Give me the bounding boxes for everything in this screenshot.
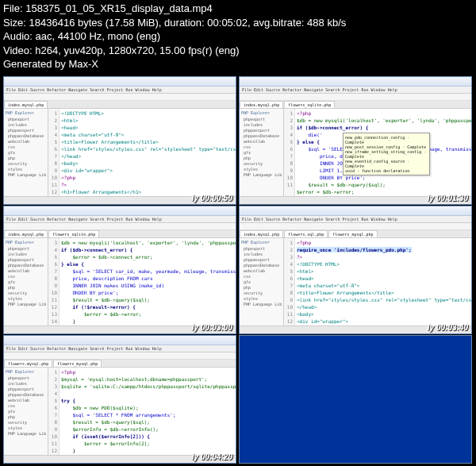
window-titlebar: [4, 206, 236, 216]
line-gutter: 1234567891011: [284, 109, 295, 202]
window-titlebar: [4, 77, 236, 87]
video-frame-5: File Edit Source Refactor Navigate Searc…: [3, 335, 236, 464]
timestamp-overlay: ly 00:04:20: [192, 453, 232, 461]
editor-tabs[interactable]: index.mysql.php flowers.sql.php flowers_…: [240, 230, 471, 238]
code-content[interactable]: $db = new mysqli('localhost', 'exporter'…: [60, 238, 236, 332]
window-titlebar: [240, 206, 471, 216]
video-frame-blank: [239, 335, 472, 464]
line-gutter: 345678910111213141516171819: [48, 238, 60, 332]
video-frame-4: File Edit Source Refactor Navigate Searc…: [239, 206, 472, 334]
code-editor[interactable]: 345678910111213141516171819 $db = new my…: [48, 238, 236, 332]
tab-file[interactable]: flowers_sqlite.php: [48, 230, 99, 237]
code-content[interactable]: <?php require_once 'includes/flowers_pdo…: [295, 238, 471, 332]
tab-file[interactable]: flowers_mysql.php: [53, 360, 102, 367]
toolbar[interactable]: [240, 223, 471, 230]
tab-file[interactable]: flowers_mysql.php: [328, 230, 377, 237]
tab-file[interactable]: index.mysql.php: [240, 230, 283, 237]
toolbar[interactable]: [240, 94, 471, 101]
menubar[interactable]: File Edit Source Refactor Navigate Searc…: [240, 87, 471, 94]
editor-tabs[interactable]: flowers.mysql.php flowers_mysql.php: [4, 360, 236, 368]
tab-file[interactable]: index.mysql.php: [4, 230, 48, 237]
timestamp-overlay: ly 00:03:40: [428, 323, 468, 332]
code-content[interactable]: <?php $mysql = 'mysql:host=localhost;dbn…: [60, 368, 236, 461]
code-editor[interactable]: 123456789101112131415161718 <?php requir…: [284, 238, 471, 332]
code-content[interactable]: <!DOCTYPE HTML> <html> <head> <meta char…: [60, 109, 236, 202]
php-explorer-sidebar[interactable]: PHP Explorer phpexportincludesphppasspor…: [240, 109, 284, 202]
php-explorer-sidebar[interactable]: PHP Explorer phpexportincludesphppasspor…: [4, 368, 48, 461]
php-explorer-sidebar[interactable]: PHP Explorer phpexportincludesphppasspor…: [4, 238, 48, 332]
tab-file[interactable]: flowers.mysql.php: [4, 360, 52, 367]
window-titlebar: [4, 336, 236, 345]
editor-tabs[interactable]: index.mysql.php flowers_sqlite.php: [240, 101, 471, 109]
video-frame-3: File Edit Source Refactor Navigate Searc…: [3, 206, 236, 334]
tab-file[interactable]: index.mysql.php: [4, 101, 48, 108]
toolbar[interactable]: [4, 352, 236, 360]
code-editor[interactable]: 12345678910111213141516171819 <?php $mys…: [48, 368, 236, 461]
line-gutter: 12345678910111213141516171819: [48, 368, 60, 461]
timestamp-overlay: ly 00:03:00: [192, 323, 232, 332]
window-titlebar: [240, 77, 471, 87]
toolbar[interactable]: [4, 94, 236, 101]
menubar[interactable]: File Edit Source Refactor Navigate Searc…: [4, 345, 236, 352]
menubar[interactable]: File Edit Source Refactor Navigate Searc…: [240, 216, 471, 223]
line-gutter: 123456789101112131415161718: [284, 238, 295, 332]
php-explorer-sidebar[interactable]: PHP Explorer phpexport includes phppassp…: [4, 109, 48, 202]
php-explorer-sidebar[interactable]: PHP Explorer phpexportincludesphppasspor…: [240, 238, 284, 332]
tab-file[interactable]: flowers_sqlite.php: [284, 101, 335, 108]
toolbar[interactable]: [4, 223, 236, 230]
video-metadata-header: File: 158375_01_05_XR15_display_data.mp4…: [0, 0, 476, 76]
menubar[interactable]: File Edit Source Refactor Navigate Searc…: [4, 216, 236, 223]
thumbnail-grid: File Edit Source Refactor Navigate Searc…: [0, 76, 476, 464]
code-editor[interactable]: 123456789101112131415161718192021 <!DOCT…: [48, 109, 236, 202]
video-frame-2: File Edit Source Refactor Navigate Searc…: [239, 76, 472, 205]
timestamp-overlay: ly 00:01:30: [428, 194, 468, 202]
menubar[interactable]: File Edit Source Refactor Navigate Searc…: [4, 87, 236, 94]
editor-tabs[interactable]: index.mysql.php: [4, 101, 236, 109]
editor-tabs[interactable]: index.mysql.php flowers_sqlite.php: [4, 230, 236, 238]
timestamp-overlay: ly 00:00:50: [192, 194, 232, 202]
tab-file[interactable]: flowers.sql.php: [284, 230, 328, 237]
line-gutter: 123456789101112131415161718192021: [48, 109, 60, 202]
autocomplete-tooltip[interactable]: new_pdo_connection_config - Completenew_…: [343, 133, 430, 175]
video-frame-1: File Edit Source Refactor Navigate Searc…: [3, 76, 236, 205]
tab-file[interactable]: index.mysql.php: [240, 101, 283, 108]
